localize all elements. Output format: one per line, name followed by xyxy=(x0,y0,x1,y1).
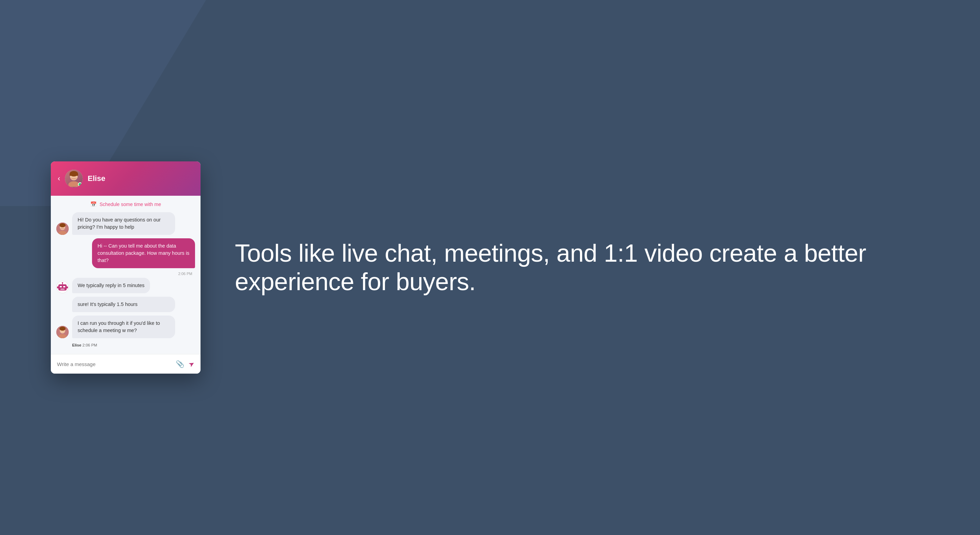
right-panel: Tools like live chat, meetings, and 1:1 … xyxy=(200,239,980,296)
message-row-2: I can run you through it if you'd like t… xyxy=(56,315,195,338)
back-button[interactable]: ‹ xyxy=(58,175,60,182)
hero-text: Tools like live chat, meetings, and 1:1 … xyxy=(235,239,939,296)
svg-point-19 xyxy=(59,326,65,331)
online-indicator xyxy=(78,182,82,186)
svg-rect-14 xyxy=(57,287,59,288)
send-icon[interactable]: ➤ xyxy=(187,359,196,369)
bot-message-row: We typically reply in 5 minutes xyxy=(56,278,195,293)
inline-bubble-1: sure! It's typically 1.5 hours xyxy=(72,297,175,312)
sender-time: 2:06 PM xyxy=(83,343,97,347)
agent-avatar-small-2 xyxy=(56,326,69,338)
svg-rect-11 xyxy=(60,289,65,290)
chat-footer: 📎 ➤ xyxy=(51,354,200,374)
left-panel: ‹ Elise xyxy=(51,161,200,374)
schedule-link-text: Schedule some time with me xyxy=(100,202,161,207)
sender-name: Elise xyxy=(72,343,81,347)
message-row: Hi! Do you have any questions on our pri… xyxy=(56,212,195,235)
outgoing-bubble: Hi -- Can you tell me about the data con… xyxy=(92,238,195,268)
message-time: 2:06 PM xyxy=(56,272,195,276)
bot-avatar xyxy=(56,281,69,293)
svg-point-7 xyxy=(59,223,65,227)
schedule-link[interactable]: 📅 Schedule some time with me xyxy=(56,201,195,207)
inline-messages: sure! It's typically 1.5 hours xyxy=(72,297,195,312)
sender-info: Elise 2:06 PM xyxy=(72,343,195,347)
message-row-outgoing: Hi -- Can you tell me about the data con… xyxy=(56,238,195,268)
calendar-icon: 📅 xyxy=(90,201,97,207)
svg-point-13 xyxy=(62,282,63,283)
agent-avatar xyxy=(65,170,83,188)
chat-widget: ‹ Elise xyxy=(51,161,200,374)
message-input[interactable] xyxy=(57,361,172,367)
attach-icon[interactable]: 📎 xyxy=(176,360,185,368)
svg-rect-9 xyxy=(60,286,62,287)
agent-name: Elise xyxy=(88,174,105,183)
bot-bubble: We typically reply in 5 minutes xyxy=(72,278,150,293)
agent-avatar-small xyxy=(56,223,69,235)
message-bubble: Hi! Do you have any questions on our pri… xyxy=(72,212,175,235)
long-bubble: I can run you through it if you'd like t… xyxy=(72,315,175,338)
svg-rect-15 xyxy=(66,287,68,288)
svg-rect-8 xyxy=(58,284,67,290)
chat-body: 📅 Schedule some time with me Hi! Do you … xyxy=(51,196,200,354)
svg-rect-10 xyxy=(63,286,65,287)
chat-header: ‹ Elise xyxy=(51,161,200,196)
